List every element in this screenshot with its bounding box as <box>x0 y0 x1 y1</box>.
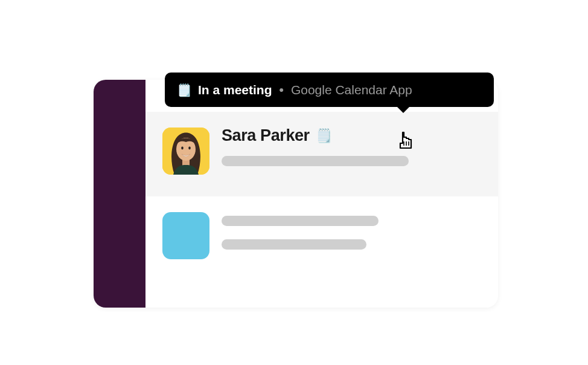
status-tooltip: 🗒️ In a meeting • Google Calendar App <box>165 73 494 107</box>
text-placeholder <box>222 156 409 166</box>
svg-point-3 <box>181 147 184 150</box>
app-window: Sara Parker 🗒️ <box>94 80 498 308</box>
tooltip-separator: • <box>280 83 284 97</box>
message-list: Sara Parker 🗒️ <box>145 80 498 308</box>
sender-line: Sara Parker 🗒️ <box>222 126 481 145</box>
tooltip-status-text: In a meeting <box>198 83 272 97</box>
tooltip-arrow <box>397 106 410 113</box>
message-row[interactable] <box>145 196 498 280</box>
avatar[interactable] <box>162 128 209 175</box>
message-content: Sara Parker 🗒️ <box>222 126 481 179</box>
message-content <box>222 211 481 263</box>
message-row[interactable]: Sara Parker 🗒️ <box>145 112 498 196</box>
svg-point-4 <box>188 147 191 150</box>
status-emoji-icon[interactable]: 🗒️ <box>316 129 332 143</box>
avatar-image <box>162 128 209 175</box>
sender-name[interactable]: Sara Parker <box>222 126 310 145</box>
text-placeholder <box>222 216 379 226</box>
calendar-emoji-icon: 🗒️ <box>177 83 192 97</box>
sidebar <box>94 80 145 308</box>
tooltip-source-text: Google Calendar App <box>291 83 412 97</box>
avatar-placeholder[interactable] <box>162 212 209 259</box>
text-placeholder <box>222 239 366 250</box>
